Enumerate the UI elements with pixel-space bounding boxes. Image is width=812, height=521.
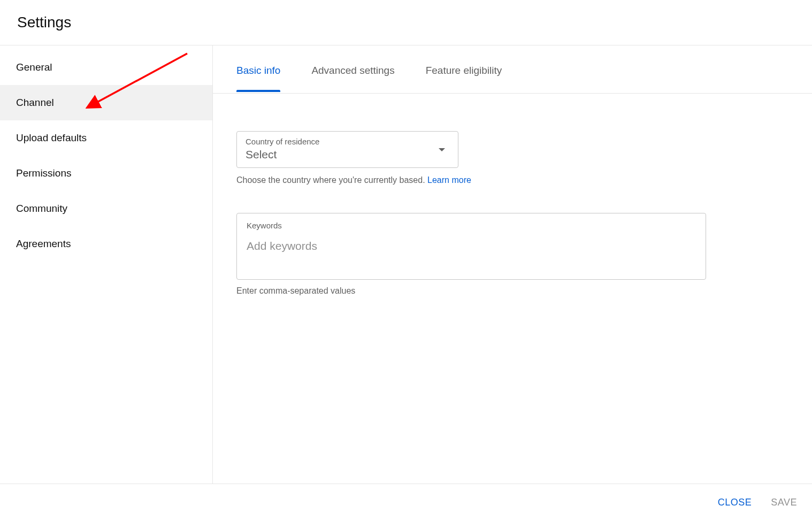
tab-feature-eligibility[interactable]: Feature eligibility xyxy=(426,65,502,91)
tab-advanced-settings[interactable]: Advanced settings xyxy=(311,65,394,91)
sidebar-item-general[interactable]: General xyxy=(0,50,212,85)
sidebar-item-label: Agreements xyxy=(16,238,71,249)
dialog-footer: CLOSE SAVE xyxy=(0,484,812,521)
sidebar-item-label: Upload defaults xyxy=(16,132,87,143)
caret-down-icon xyxy=(439,148,445,151)
tab-basic-info[interactable]: Basic info xyxy=(236,65,280,91)
sidebar-item-agreements[interactable]: Agreements xyxy=(0,226,212,262)
country-helper-message: Choose the country where you're currentl… xyxy=(236,175,427,185)
country-select-value: Select xyxy=(246,148,277,160)
tab-label: Advanced settings xyxy=(311,65,394,76)
sidebar-item-community[interactable]: Community xyxy=(0,191,212,226)
tab-panel-basic-info: Country of residence Select Choose the c… xyxy=(213,94,812,319)
sidebar-item-label: General xyxy=(16,62,52,73)
settings-sidebar: General Channel Upload defaults Permissi… xyxy=(0,45,213,484)
keywords-label: Keywords xyxy=(247,221,696,230)
sidebar-item-label: Permissions xyxy=(16,167,71,179)
keywords-input[interactable]: Keywords Add keywords xyxy=(236,213,706,280)
sidebar-item-label: Channel xyxy=(16,97,54,108)
tab-label: Basic info xyxy=(236,65,280,76)
sidebar-item-upload-defaults[interactable]: Upload defaults xyxy=(0,120,212,156)
dialog-header: Settings xyxy=(0,0,812,45)
page-title: Settings xyxy=(17,14,71,31)
sidebar-item-label: Community xyxy=(16,203,67,214)
country-helper-text: Choose the country where you're currentl… xyxy=(236,175,788,185)
select-text-wrap: Country of residence Select xyxy=(246,137,319,161)
save-button[interactable]: SAVE xyxy=(769,493,799,512)
settings-content: Basic info Advanced settings Feature eli… xyxy=(213,45,812,484)
dialog-body: General Channel Upload defaults Permissi… xyxy=(0,45,812,484)
keywords-helper-text: Enter comma-separated values xyxy=(236,286,788,296)
learn-more-link[interactable]: Learn more xyxy=(427,175,471,185)
country-select-label: Country of residence xyxy=(246,137,319,146)
close-button[interactable]: CLOSE xyxy=(716,493,754,512)
sidebar-item-permissions[interactable]: Permissions xyxy=(0,156,212,191)
sidebar-item-channel[interactable]: Channel xyxy=(0,85,212,120)
country-select[interactable]: Country of residence Select xyxy=(236,131,458,168)
tab-label: Feature eligibility xyxy=(426,65,502,76)
keywords-placeholder: Add keywords xyxy=(247,240,317,252)
tabs-bar: Basic info Advanced settings Feature eli… xyxy=(213,45,812,94)
